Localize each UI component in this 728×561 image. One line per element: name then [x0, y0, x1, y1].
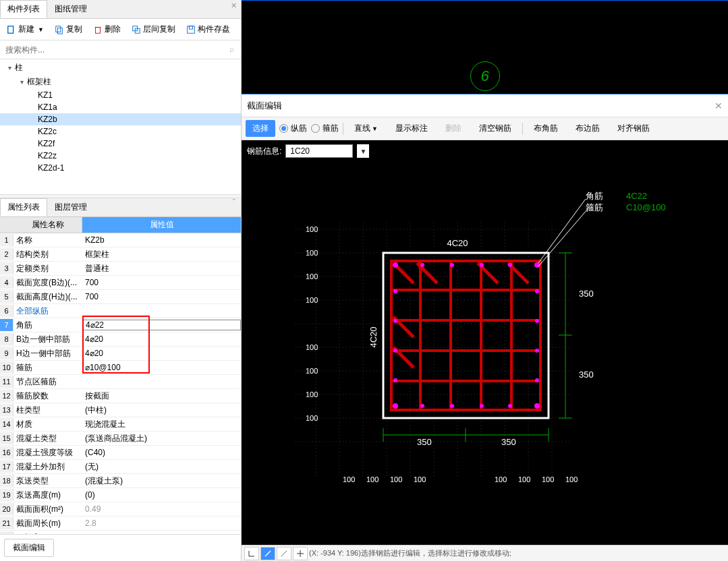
radio-longbar[interactable]: 纵筋	[279, 123, 307, 134]
close-panel-icon[interactable]: ✕	[231, 1, 237, 10]
svg-text:100: 100	[366, 475, 379, 483]
svg-text:100: 100	[306, 414, 318, 422]
svg-point-56	[480, 404, 484, 408]
select-button[interactable]: 选择	[246, 120, 275, 137]
svg-text:100: 100	[343, 475, 355, 483]
property-row[interactable]: 7角筋4⌀22	[0, 318, 241, 332]
rebar-info-label: 钢筋信息:	[247, 146, 281, 157]
property-row[interactable]: 1名称KZ2b	[0, 233, 241, 247]
svg-point-65	[535, 378, 539, 382]
rebar-info-dropdown[interactable]: ▼	[357, 144, 369, 158]
property-row[interactable]: 10箍筋⌀10@100	[0, 361, 241, 375]
svg-point-51	[450, 263, 454, 267]
property-row[interactable]: 6全部纵筋	[0, 304, 241, 318]
svg-point-49	[534, 403, 540, 409]
search-input[interactable]	[4, 44, 237, 56]
editor-close-icon[interactable]: ✕	[715, 100, 723, 111]
svg-text:箍筋: 箍筋	[586, 202, 603, 212]
tab-layers[interactable]: 图层管理	[47, 198, 94, 216]
radio-stirrup[interactable]: 箍筋	[311, 123, 339, 134]
view-button-2[interactable]	[260, 547, 275, 560]
property-row[interactable]: 8B边一侧中部筋4⌀20	[0, 332, 241, 347]
svg-text:350: 350	[417, 437, 432, 447]
property-row[interactable]: 20截面面积(m²)0.49	[0, 502, 241, 516]
tree-item[interactable]: KZ2c	[0, 125, 241, 138]
clear-rebar-button[interactable]: 清空钢筋	[472, 120, 518, 137]
property-row[interactable]: 11节点区箍筋	[0, 375, 241, 389]
editor-title: 截面编辑	[247, 100, 282, 112]
property-row[interactable]: 2结构类别框架柱	[0, 247, 241, 262]
property-row[interactable]: 16混凝土强度等级(C40)	[0, 446, 241, 460]
svg-rect-8	[189, 26, 192, 28]
line-button[interactable]: 直线▼	[347, 120, 385, 137]
svg-rect-7	[188, 26, 195, 33]
svg-text:100: 100	[495, 475, 507, 483]
new-button[interactable]: 新建▼	[3, 22, 48, 37]
svg-point-55	[450, 404, 454, 408]
show-dim-button[interactable]: 显示标注	[389, 120, 435, 137]
view-button-4[interactable]	[293, 547, 308, 560]
property-row[interactable]: 5截面高度(H边)(...700	[0, 290, 241, 304]
floor-copy-button[interactable]: 层间复制	[128, 22, 179, 37]
svg-line-105	[281, 551, 287, 556]
rebar-info-input[interactable]	[285, 144, 353, 158]
svg-point-61	[393, 378, 397, 382]
delete-rebar-button[interactable]: 删除	[439, 120, 468, 137]
prop-header-value: 属性值	[82, 217, 241, 233]
property-row[interactable]: 15混凝土类型(泵送商品混凝土)	[0, 432, 241, 446]
delete-button[interactable]: 删除	[89, 22, 125, 37]
svg-point-60	[393, 349, 397, 353]
svg-line-104	[265, 551, 271, 556]
component-tree[interactable]: ▾柱 ▾框架柱 KZ1 KZ1a KZ2b KZ2c KZ2f KZ2z KZ2…	[0, 59, 241, 194]
svg-line-74	[538, 199, 586, 263]
svg-rect-3	[95, 27, 100, 33]
tree-item-selected[interactable]: KZ2b	[0, 113, 241, 125]
property-row[interactable]: 14材质现浇混凝土	[0, 417, 241, 432]
property-row[interactable]: 17混凝土外加剂(无)	[0, 460, 241, 474]
property-row[interactable]: 21截面周长(m)2.8	[0, 516, 241, 531]
svg-point-47	[534, 262, 540, 268]
tab-drawings[interactable]: 图纸管理	[47, 0, 94, 18]
svg-text:4C20: 4C20	[447, 238, 468, 248]
tree-root[interactable]: ▾柱	[0, 61, 241, 75]
view-button-3[interactable]	[277, 547, 291, 560]
svg-text:100: 100	[306, 249, 318, 257]
property-row[interactable]: 13柱类型(中柱)	[0, 403, 241, 417]
tab-properties[interactable]: 属性列表	[0, 198, 47, 216]
property-row[interactable]: 4截面宽度(B边)(...700	[0, 276, 241, 290]
tab-components[interactable]: 构件列表	[0, 0, 47, 18]
svg-text:350: 350	[501, 437, 516, 447]
dark-canvas-top: 6	[242, 0, 728, 94]
property-row[interactable]: 18泵送类型(混凝土泵)	[0, 474, 241, 488]
svg-point-53	[508, 263, 512, 267]
save-icon	[186, 25, 196, 34]
tree-item[interactable]: KZ1a	[0, 101, 241, 113]
tree-item[interactable]: KZ2f	[0, 138, 241, 150]
svg-text:4C20: 4C20	[368, 326, 379, 347]
panel-divider[interactable]: ⌄	[0, 194, 241, 198]
align-bar-button[interactable]: 对齐钢筋	[611, 120, 656, 137]
save-button[interactable]: 构件存盘	[182, 22, 234, 37]
view-button-1[interactable]	[244, 547, 259, 560]
edge-bar-button[interactable]: 布边筋	[569, 120, 607, 137]
tree-item[interactable]: KZ2d-1	[0, 162, 241, 174]
section-edit-button[interactable]: 截面编辑	[4, 539, 54, 557]
tree-item[interactable]: KZ2z	[0, 150, 241, 162]
copy-button[interactable]: 复制	[51, 22, 86, 37]
copy-icon	[55, 25, 64, 34]
corner-bar-button[interactable]: 布角筋	[527, 120, 565, 137]
property-row[interactable]: 9H边一侧中部筋4⌀20	[0, 347, 241, 361]
tree-frame-column[interactable]: ▾框架柱	[0, 75, 241, 89]
section-canvas[interactable]: 4C20 4C20 350 350 350 350 角筋 箍筋 4C22 C10…	[242, 162, 728, 545]
svg-point-50	[420, 263, 424, 267]
property-row[interactable]: 12箍筋胶数按截面	[0, 389, 241, 403]
svg-point-59	[393, 319, 397, 323]
property-row[interactable]: 22顶标高(m)0	[0, 531, 241, 534]
svg-text:350: 350	[579, 370, 594, 380]
property-row[interactable]: 3定额类别普通柱	[0, 262, 241, 276]
property-row[interactable]: 19泵送高度(m)(0)	[0, 488, 241, 502]
svg-point-48	[393, 403, 398, 409]
search-icon[interactable]: ⌕	[229, 45, 234, 54]
svg-point-62	[535, 289, 539, 293]
tree-item[interactable]: KZ1	[0, 89, 241, 101]
